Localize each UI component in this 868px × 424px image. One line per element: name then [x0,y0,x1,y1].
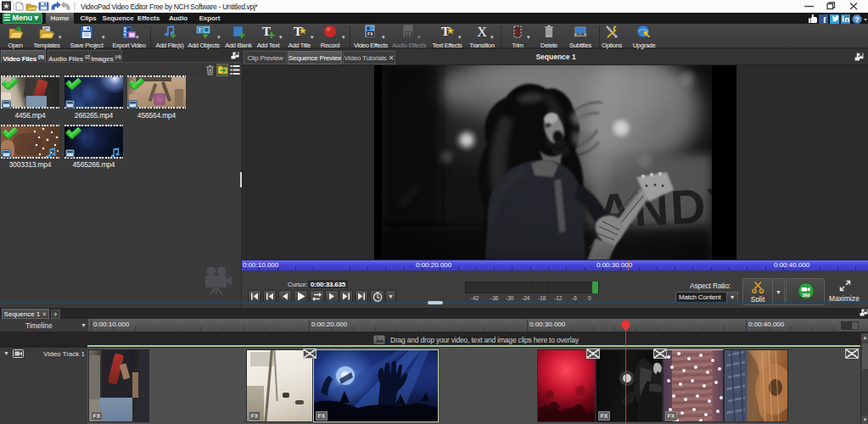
svg-text:T: T [441,25,450,38]
svg-text:?: ? [854,15,860,24]
svg-text:X: X [477,25,487,39]
svg-text:T: T [294,25,302,38]
svg-text:0:00:20.000: 0:00:20.000 [311,321,348,328]
svg-text:0:00:10.000: 0:00:10.000 [93,321,130,328]
svg-text:0:00:30.000: 0:00:30.000 [529,321,566,328]
svg-text:FX: FX [406,31,412,36]
svg-text:FX: FX [367,31,373,36]
svg-text:T: T [198,27,202,33]
svg-text:SUB: SUB [576,32,584,36]
svg-text:360: 360 [802,293,809,298]
svg-text:0:00:40.000: 0:00:40.000 [748,321,785,328]
